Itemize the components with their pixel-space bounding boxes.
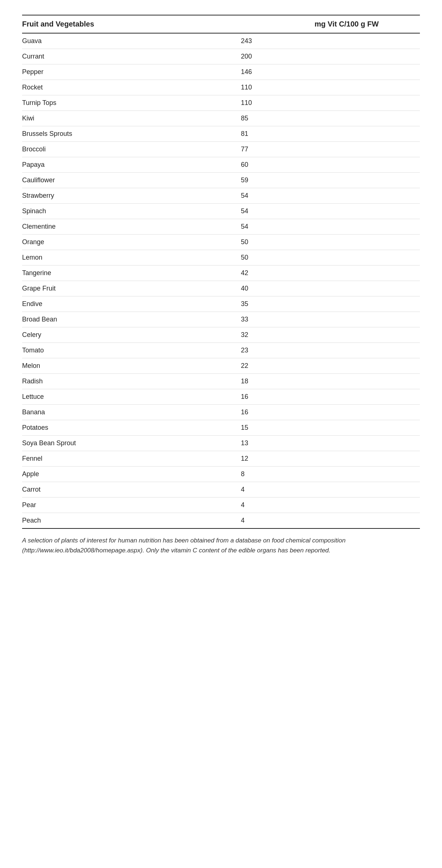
row-name: Peach xyxy=(22,513,241,529)
row-name: Lettuce xyxy=(22,389,241,405)
table-row: Rocket110 xyxy=(22,80,420,95)
row-name: Turnip Tops xyxy=(22,95,241,111)
row-name: Pepper xyxy=(22,64,241,80)
row-value: 33 xyxy=(241,312,420,327)
row-name: Carrot xyxy=(22,482,241,498)
table-row: Melon22 xyxy=(22,358,420,374)
row-value: 22 xyxy=(241,358,420,374)
row-value: 18 xyxy=(241,374,420,389)
row-value: 15 xyxy=(241,420,420,436)
table-header: Fruit and Vegetables mg Vit C/100 g FW xyxy=(22,15,420,33)
table-row: Broccoli77 xyxy=(22,142,420,157)
table-footer-row: A selection of plants of interest for hu… xyxy=(22,528,420,555)
table-row: Lettuce16 xyxy=(22,389,420,405)
row-value: 81 xyxy=(241,126,420,142)
row-name: Clementine xyxy=(22,219,241,235)
row-value: 16 xyxy=(241,405,420,420)
row-value: 54 xyxy=(241,188,420,204)
row-value: 243 xyxy=(241,33,420,49)
row-value: 54 xyxy=(241,219,420,235)
row-name: Papaya xyxy=(22,157,241,173)
row-value: 110 xyxy=(241,95,420,111)
row-name: Strawberry xyxy=(22,188,241,204)
row-name: Orange xyxy=(22,235,241,250)
table-row: Radish18 xyxy=(22,374,420,389)
row-value: 8 xyxy=(241,467,420,482)
row-value: 59 xyxy=(241,173,420,188)
row-value: 16 xyxy=(241,389,420,405)
table-row: Tomato23 xyxy=(22,343,420,358)
footer-text: A selection of plants of interest for hu… xyxy=(22,535,420,555)
table-row: Grape Fruit40 xyxy=(22,281,420,296)
table-row: Carrot4 xyxy=(22,482,420,498)
row-value: 4 xyxy=(241,513,420,529)
row-name: Potatoes xyxy=(22,420,241,436)
table-row: Brussels Sprouts81 xyxy=(22,126,420,142)
row-value: 110 xyxy=(241,80,420,95)
row-name: Lemon xyxy=(22,250,241,266)
row-value: 54 xyxy=(241,204,420,219)
row-name: Melon xyxy=(22,358,241,374)
row-value: 85 xyxy=(241,111,420,126)
table-row: Peach4 xyxy=(22,513,420,529)
row-value: 50 xyxy=(241,235,420,250)
row-name: Broccoli xyxy=(22,142,241,157)
table-row: Apple8 xyxy=(22,467,420,482)
table-row: Banana16 xyxy=(22,405,420,420)
table-row: Papaya60 xyxy=(22,157,420,173)
table-row: Orange50 xyxy=(22,235,420,250)
row-name: Tomato xyxy=(22,343,241,358)
row-name: Kiwi xyxy=(22,111,241,126)
table-row: Cauliflower59 xyxy=(22,173,420,188)
table-row: Potatoes15 xyxy=(22,420,420,436)
row-name: Radish xyxy=(22,374,241,389)
row-name: Celery xyxy=(22,327,241,343)
row-value: 13 xyxy=(241,436,420,451)
col-name-header: Fruit and Vegetables xyxy=(22,15,241,33)
row-name: Grape Fruit xyxy=(22,281,241,296)
row-name: Currant xyxy=(22,49,241,64)
row-value: 35 xyxy=(241,296,420,312)
row-name: Broad Bean xyxy=(22,312,241,327)
table-row: Tangerine42 xyxy=(22,266,420,281)
row-name: Banana xyxy=(22,405,241,420)
row-name: Apple xyxy=(22,467,241,482)
table-row: Turnip Tops110 xyxy=(22,95,420,111)
nutrition-table: Fruit and Vegetables mg Vit C/100 g FW G… xyxy=(22,15,420,555)
row-value: 4 xyxy=(241,482,420,498)
row-name: Pear xyxy=(22,498,241,513)
row-value: 4 xyxy=(241,498,420,513)
row-value: 32 xyxy=(241,327,420,343)
row-name: Tangerine xyxy=(22,266,241,281)
row-name: Soya Bean Sprout xyxy=(22,436,241,451)
table-body: Guava243Currant200Pepper146Rocket110Turn… xyxy=(22,33,420,528)
row-name: Cauliflower xyxy=(22,173,241,188)
table-row: Celery32 xyxy=(22,327,420,343)
table-row: Soya Bean Sprout13 xyxy=(22,436,420,451)
table-row: Pear4 xyxy=(22,498,420,513)
row-value: 146 xyxy=(241,64,420,80)
row-name: Rocket xyxy=(22,80,241,95)
row-name: Guava xyxy=(22,33,241,49)
row-value: 40 xyxy=(241,281,420,296)
table-row: Pepper146 xyxy=(22,64,420,80)
table-row: Clementine54 xyxy=(22,219,420,235)
table-row: Strawberry54 xyxy=(22,188,420,204)
table-row: Guava243 xyxy=(22,33,420,49)
row-value: 50 xyxy=(241,250,420,266)
col-value-header: mg Vit C/100 g FW xyxy=(241,15,420,33)
table-row: Fennel12 xyxy=(22,451,420,467)
row-name: Fennel xyxy=(22,451,241,467)
row-name: Endive xyxy=(22,296,241,312)
row-value: 42 xyxy=(241,266,420,281)
table-row: Broad Bean33 xyxy=(22,312,420,327)
row-name: Brussels Sprouts xyxy=(22,126,241,142)
table-row: Lemon50 xyxy=(22,250,420,266)
row-value: 23 xyxy=(241,343,420,358)
row-name: Spinach xyxy=(22,204,241,219)
row-value: 12 xyxy=(241,451,420,467)
table-row: Spinach54 xyxy=(22,204,420,219)
row-value: 60 xyxy=(241,157,420,173)
row-value: 200 xyxy=(241,49,420,64)
table-row: Currant200 xyxy=(22,49,420,64)
